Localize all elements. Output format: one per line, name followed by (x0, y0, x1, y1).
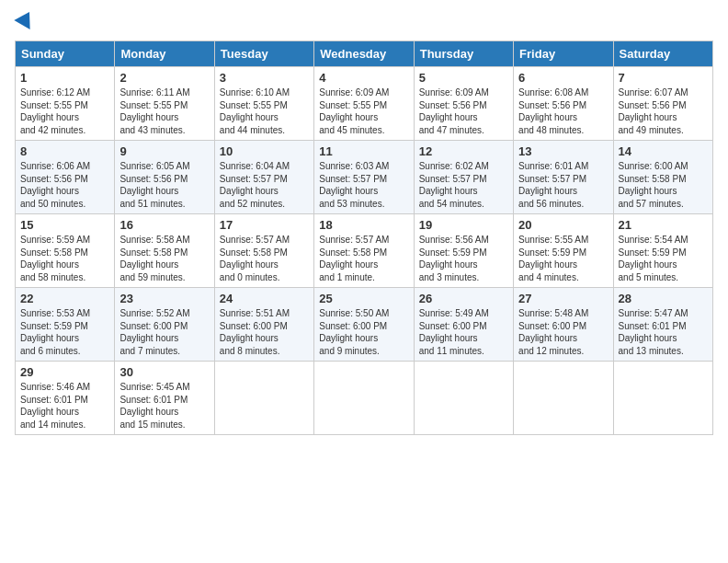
cell-day-number: 16 (119, 218, 209, 232)
logo-bird-icon (14, 7, 37, 29)
calendar-week-2: 8Sunrise: 6:06 AMSunset: 5:56 PMDaylight… (16, 141, 713, 214)
header-wednesday: Wednesday (314, 41, 414, 67)
calendar-cell: 3Sunrise: 6:10 AMSunset: 5:55 PMDaylight… (214, 67, 313, 141)
calendar-cell: 7Sunrise: 6:07 AMSunset: 5:56 PMDaylight… (613, 67, 712, 141)
cell-day-number: 25 (319, 292, 408, 305)
calendar-cell (214, 362, 313, 435)
cell-info: Sunrise: 5:55 AMSunset: 5:59 PMDaylight … (518, 234, 608, 283)
cell-info: Sunrise: 5:51 AMSunset: 6:00 PMDaylight … (220, 307, 309, 357)
calendar-cell: 20Sunrise: 5:55 AMSunset: 5:59 PMDayligh… (514, 214, 613, 288)
cell-day-number: 19 (419, 218, 508, 232)
page-header (15, 15, 713, 29)
calendar-cell: 23Sunrise: 5:52 AMSunset: 6:00 PMDayligh… (115, 288, 214, 362)
cell-day-number: 6 (518, 71, 608, 85)
cell-info: Sunrise: 6:00 AMSunset: 5:58 PMDaylight … (619, 160, 708, 210)
cell-day-number: 4 (319, 71, 408, 85)
calendar-cell: 25Sunrise: 5:50 AMSunset: 6:00 PMDayligh… (314, 288, 414, 362)
cell-day-number: 17 (220, 218, 309, 232)
header-thursday: Thursday (414, 41, 513, 67)
cell-day-number: 9 (119, 144, 209, 158)
calendar-cell: 9Sunrise: 6:05 AMSunset: 5:56 PMDaylight… (115, 141, 214, 214)
cell-info: Sunrise: 5:58 AMSunset: 5:58 PMDaylight … (119, 234, 209, 283)
cell-day-number: 13 (518, 144, 608, 158)
cell-info: Sunrise: 5:46 AMSunset: 6:01 PMDaylight … (20, 381, 109, 431)
calendar-cell: 6Sunrise: 6:08 AMSunset: 5:56 PMDaylight… (514, 67, 613, 141)
cell-day-number: 14 (619, 144, 708, 158)
cell-day-number: 21 (619, 218, 708, 232)
calendar-cell: 1Sunrise: 6:12 AMSunset: 5:55 PMDaylight… (16, 67, 115, 141)
cell-info: Sunrise: 6:02 AMSunset: 5:57 PMDaylight … (419, 160, 508, 210)
cell-info: Sunrise: 6:03 AMSunset: 5:57 PMDaylight … (319, 160, 408, 210)
cell-info: Sunrise: 6:10 AMSunset: 5:55 PMDaylight … (220, 86, 309, 136)
calendar-week-4: 22Sunrise: 5:53 AMSunset: 5:59 PMDayligh… (16, 288, 713, 362)
cell-info: Sunrise: 5:57 AMSunset: 5:58 PMDaylight … (220, 234, 309, 283)
cell-info: Sunrise: 6:08 AMSunset: 5:56 PMDaylight … (518, 86, 608, 136)
calendar-cell: 28Sunrise: 5:47 AMSunset: 6:01 PMDayligh… (613, 288, 712, 362)
calendar-cell: 8Sunrise: 6:06 AMSunset: 5:56 PMDaylight… (16, 141, 115, 214)
cell-day-number: 28 (619, 292, 708, 305)
calendar-cell: 17Sunrise: 5:57 AMSunset: 5:58 PMDayligh… (214, 214, 313, 288)
cell-day-number: 5 (419, 71, 508, 85)
calendar-cell: 27Sunrise: 5:48 AMSunset: 6:00 PMDayligh… (514, 288, 613, 362)
header-saturday: Saturday (613, 41, 712, 67)
cell-day-number: 20 (518, 218, 608, 232)
cell-info: Sunrise: 5:59 AMSunset: 5:58 PMDaylight … (20, 234, 109, 283)
cell-info: Sunrise: 6:09 AMSunset: 5:55 PMDaylight … (319, 86, 408, 136)
cell-info: Sunrise: 6:11 AMSunset: 5:55 PMDaylight … (119, 86, 209, 136)
calendar-cell: 16Sunrise: 5:58 AMSunset: 5:58 PMDayligh… (115, 214, 214, 288)
calendar-cell: 4Sunrise: 6:09 AMSunset: 5:55 PMDaylight… (314, 67, 414, 141)
calendar-cell (314, 362, 414, 435)
calendar-cell: 19Sunrise: 5:56 AMSunset: 5:59 PMDayligh… (414, 214, 513, 288)
cell-day-number: 15 (20, 218, 109, 232)
calendar-week-5: 29Sunrise: 5:46 AMSunset: 6:01 PMDayligh… (16, 362, 713, 435)
cell-day-number: 22 (20, 292, 109, 305)
cell-day-number: 29 (20, 365, 109, 379)
cell-day-number: 30 (119, 365, 209, 379)
calendar-cell: 13Sunrise: 6:01 AMSunset: 5:57 PMDayligh… (514, 141, 613, 214)
cell-day-number: 11 (319, 144, 408, 158)
calendar-cell: 10Sunrise: 6:04 AMSunset: 5:57 PMDayligh… (214, 141, 313, 214)
cell-day-number: 12 (419, 144, 508, 158)
cell-info: Sunrise: 5:47 AMSunset: 6:01 PMDaylight … (619, 307, 708, 357)
calendar-week-1: 1Sunrise: 6:12 AMSunset: 5:55 PMDaylight… (16, 67, 713, 141)
calendar-cell: 26Sunrise: 5:49 AMSunset: 6:00 PMDayligh… (414, 288, 513, 362)
cell-info: Sunrise: 5:45 AMSunset: 6:01 PMDaylight … (119, 381, 209, 431)
cell-info: Sunrise: 6:12 AMSunset: 5:55 PMDaylight … (20, 86, 109, 136)
calendar-cell: 24Sunrise: 5:51 AMSunset: 6:00 PMDayligh… (214, 288, 313, 362)
calendar-cell: 2Sunrise: 6:11 AMSunset: 5:55 PMDaylight… (115, 67, 214, 141)
cell-day-number: 27 (518, 292, 608, 305)
calendar-cell: 29Sunrise: 5:46 AMSunset: 6:01 PMDayligh… (16, 362, 115, 435)
cell-info: Sunrise: 5:53 AMSunset: 5:59 PMDaylight … (20, 307, 109, 357)
header-tuesday: Tuesday (214, 41, 313, 67)
header-friday: Friday (514, 41, 613, 67)
cell-day-number: 2 (119, 71, 209, 85)
cell-info: Sunrise: 5:57 AMSunset: 5:58 PMDaylight … (319, 234, 408, 283)
calendar-cell: 22Sunrise: 5:53 AMSunset: 5:59 PMDayligh… (16, 288, 115, 362)
calendar-cell (613, 362, 712, 435)
cell-info: Sunrise: 5:54 AMSunset: 5:59 PMDaylight … (619, 234, 708, 283)
cell-info: Sunrise: 5:52 AMSunset: 6:00 PMDaylight … (119, 307, 209, 357)
cell-info: Sunrise: 6:07 AMSunset: 5:56 PMDaylight … (619, 86, 708, 136)
calendar-cell (414, 362, 513, 435)
cell-info: Sunrise: 5:56 AMSunset: 5:59 PMDaylight … (419, 234, 508, 283)
cell-day-number: 26 (419, 292, 508, 305)
cell-day-number: 23 (119, 292, 209, 305)
calendar-cell: 15Sunrise: 5:59 AMSunset: 5:58 PMDayligh… (16, 214, 115, 288)
calendar-header-row: SundayMondayTuesdayWednesdayThursdayFrid… (16, 41, 713, 67)
cell-info: Sunrise: 6:06 AMSunset: 5:56 PMDaylight … (20, 160, 109, 210)
logo (15, 15, 35, 29)
calendar-cell: 5Sunrise: 6:09 AMSunset: 5:56 PMDaylight… (414, 67, 513, 141)
cell-info: Sunrise: 6:09 AMSunset: 5:56 PMDaylight … (419, 86, 508, 136)
header-sunday: Sunday (16, 41, 115, 67)
cell-info: Sunrise: 6:04 AMSunset: 5:57 PMDaylight … (220, 160, 309, 210)
cell-info: Sunrise: 6:01 AMSunset: 5:57 PMDaylight … (518, 160, 608, 210)
calendar-cell: 18Sunrise: 5:57 AMSunset: 5:58 PMDayligh… (314, 214, 414, 288)
calendar-cell: 14Sunrise: 6:00 AMSunset: 5:58 PMDayligh… (613, 141, 712, 214)
cell-info: Sunrise: 5:48 AMSunset: 6:00 PMDaylight … (518, 307, 608, 357)
header-monday: Monday (115, 41, 214, 67)
cell-day-number: 10 (220, 144, 309, 158)
cell-info: Sunrise: 6:05 AMSunset: 5:56 PMDaylight … (119, 160, 209, 210)
calendar-cell: 21Sunrise: 5:54 AMSunset: 5:59 PMDayligh… (613, 214, 712, 288)
cell-day-number: 3 (220, 71, 309, 85)
cell-day-number: 1 (20, 71, 109, 85)
